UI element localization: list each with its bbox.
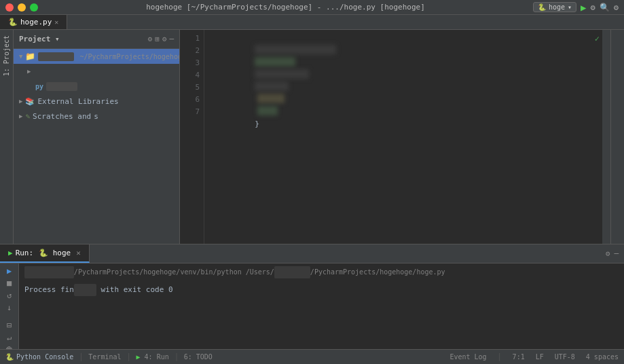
run-panel-content: ▶ ■ ↺ ↓ ⊟ ↵ 🗑 rs/username/PycharmProject…	[0, 263, 624, 349]
tab-hoge-py[interactable]: 🐍 hoge.py ✕	[0, 15, 67, 29]
editor-checkmark: ✓	[595, 33, 600, 45]
run-filter-button[interactable]: ⊟	[3, 321, 16, 330]
minimize-button[interactable]	[18, 3, 26, 12]
python-label: Python Console	[16, 353, 73, 361]
statusbar: 🐍 Python Console │ Terminal │ ▶ 4: Run │…	[0, 349, 624, 364]
scratch-expand-arrow: ▶	[19, 113, 22, 120]
run-process-finished: Process finished with exit code 0	[24, 284, 619, 296]
run-stop-button[interactable]: ■	[3, 278, 16, 288]
run-tab-close[interactable]: ✕	[76, 249, 81, 257]
run-rerun-button[interactable]: ↺	[3, 291, 16, 300]
bottom-tabs: ▶ Run: 🐍 hoge ✕ ⚙ ─	[0, 244, 624, 263]
run-output-area[interactable]: rs/username/PycharmProjects/hogehoge/ven…	[19, 263, 624, 349]
statusbar-left: 🐍 Python Console │ Terminal │ ▶ 4: Run │…	[5, 353, 213, 361]
tab-run[interactable]: ▶ Run: 🐍 hoge ✕	[0, 244, 90, 263]
project-panel-label[interactable]: 1: Project	[3, 35, 10, 76]
line-3: 3	[180, 57, 200, 69]
window-title: hogehoge [~/PycharmProjects/hogehoge] - …	[38, 3, 533, 12]
run-command-line: rs/username/PycharmProjects/hogehoge/ven…	[24, 266, 619, 278]
blurred-code-1	[255, 45, 336, 54]
sidebar-toolbar-icons: ⚙ ⊞ ⚙ ─	[148, 35, 175, 43]
run-sidebar-controls: ▶ ■ ↺ ↓ ⊟ ↵ 🗑	[0, 263, 19, 349]
left-vertical-toolbar: 1: Project	[0, 30, 14, 244]
maximize-button[interactable]	[30, 3, 38, 12]
code-editor[interactable]: } ✓	[204, 30, 602, 244]
run-status-icon: ▶	[136, 353, 141, 361]
expand-arrow: ▼	[19, 53, 22, 60]
project-sidebar: Project ▾ ⚙ ⊞ ⚙ ─ ▼ 📁 hogehoge ~/Pycharm…	[14, 30, 180, 244]
line-2: 2	[180, 45, 200, 57]
sidebar-minimize-icon[interactable]: ─	[169, 35, 174, 43]
sidebar-gear-icon[interactable]: ⚙	[148, 35, 153, 43]
bottom-settings-icon[interactable]: ⚙	[606, 249, 610, 258]
todo-button-status[interactable]: 6: TODO	[184, 353, 213, 361]
tree-item-scratches[interactable]: ▶ ✎ Scratches and s	[14, 109, 179, 124]
run-config-badge[interactable]: 🐍 hoge ▾	[533, 2, 576, 12]
run-controls: 🐍 hoge ▾ ▶ ⚙ 🔍 ⚙	[533, 2, 619, 13]
app-wrapper: hogehoge [~/PycharmProjects/hogehoge] - …	[0, 0, 624, 364]
scratch-icon: ✎	[25, 112, 30, 121]
run-tab-icon: ▶	[8, 249, 13, 257]
blurred-code-3	[255, 69, 309, 79]
tree-item-ext-label: External Libraries	[37, 97, 118, 106]
code-comment-1	[255, 58, 295, 67]
ext-libs-icon: 📚	[25, 97, 35, 106]
tree-item-scratch-label: Scratches and	[33, 112, 91, 121]
settings-button[interactable]: ⚙	[614, 3, 619, 12]
tree-item-path: ~/PycharmProjects/hogehoge	[79, 53, 179, 60]
bottom-tab-right-controls: ⚙ ─	[600, 244, 624, 263]
sidebar-title: Project ▾	[19, 35, 143, 43]
run-config-chevron: ▾	[568, 3, 572, 11]
sidebar-settings-icon[interactable]: ⚙	[162, 35, 167, 43]
encoding-status[interactable]: UTF-8	[555, 353, 575, 361]
run-play-button[interactable]: ▶	[3, 266, 16, 276]
traffic-lights	[5, 3, 38, 12]
expand-arrow-py: ▶	[27, 68, 31, 75]
sidebar-toolbar: Project ▾ ⚙ ⊞ ⚙ ─	[14, 30, 179, 49]
tree-item-label: hogehoge	[38, 52, 74, 61]
tab-icon: 🐍	[8, 18, 18, 26]
run-scroll-button[interactable]: ↓	[3, 303, 16, 312]
terminal-button[interactable]: Terminal	[88, 353, 121, 361]
tab-close-button[interactable]: ✕	[54, 18, 58, 26]
statusbar-separator-r1: │	[498, 353, 502, 361]
indent-status[interactable]: 4 spaces	[586, 353, 619, 361]
blurred-code-4b	[257, 94, 285, 103]
python-file-icon: py	[35, 83, 43, 90]
statusbar-separator-1: │	[79, 353, 83, 361]
line-separator[interactable]: LF	[536, 353, 544, 361]
tree-item-hoge-py[interactable]: py hoge.py	[14, 79, 179, 94]
close-button[interactable]	[5, 3, 14, 12]
sidebar-tree: ▼ 📁 hogehoge ~/PycharmProjects/hogehoge …	[14, 49, 179, 244]
ext-expand-arrow: ▶	[19, 98, 22, 105]
statusbar-separator-3: │	[175, 353, 179, 361]
code-brace-close: }	[255, 120, 259, 128]
search-button[interactable]: 🔍	[600, 3, 610, 12]
tree-item-arrow-level2: ▶	[14, 64, 179, 79]
tree-item-external-libs[interactable]: ▶ 📚 External Libraries	[14, 94, 179, 109]
run-button-status[interactable]: ▶ 4: Run	[136, 353, 169, 361]
run-config-name: hoge	[549, 3, 565, 11]
tree-item-hogehoge[interactable]: ▼ 📁 hogehoge ~/PycharmProjects/hogehoge	[14, 49, 179, 64]
run-button[interactable]: ▶	[581, 2, 586, 13]
right-toolbar	[610, 30, 624, 244]
bottom-minimize-icon[interactable]: ─	[614, 249, 619, 258]
line-5: 5	[180, 81, 200, 94]
python-icon: 🐍	[5, 353, 14, 361]
debug-button[interactable]: ⚙	[591, 3, 595, 12]
statusbar-right: Event Log │ 7:1 LF UTF-8 4 spaces	[449, 353, 619, 361]
cursor-position[interactable]: 7:1	[513, 353, 525, 361]
statusbar-separator-2: │	[127, 353, 131, 361]
bottom-panel: ▶ Run: 🐍 hoge ✕ ⚙ ─ ▶ ■ ↺ ↓ ⊟ ↵ 🗑	[0, 244, 624, 349]
editor-area: 1 2 3 4 5 6 7	[180, 30, 610, 244]
tab-label: hoge.py	[20, 18, 52, 26]
run-wrap-button[interactable]: ↵	[3, 333, 16, 342]
event-log-link[interactable]: Event Log	[449, 353, 486, 361]
sidebar-layout-icon[interactable]: ⊞	[155, 35, 160, 43]
run-tab-config: 🐍 hoge	[39, 249, 71, 257]
line-numbers: 1 2 3 4 5 6 7	[180, 30, 204, 244]
line-7: 7	[180, 106, 200, 118]
line-1: 1	[180, 33, 200, 45]
python-console-button[interactable]: 🐍 Python Console	[5, 353, 73, 361]
blurred-code-4c	[257, 106, 278, 115]
